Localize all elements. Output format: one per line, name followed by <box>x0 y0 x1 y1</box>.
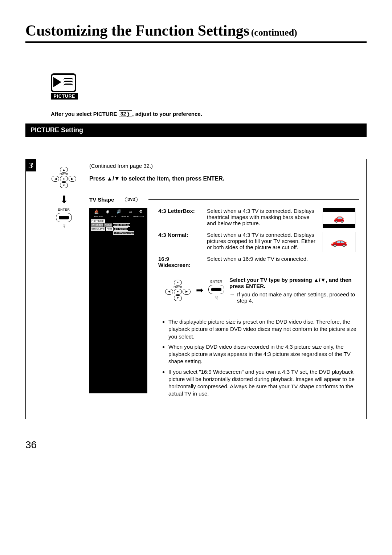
page-title-main: Customizing the Function Settings <box>25 22 249 39</box>
picture-icon-caption: PICTURE <box>51 93 78 100</box>
select-tv-type-row: ▲ ENTER ◀●▶ ▼ ➡ ENTER ☟ Select your T <box>165 277 359 304</box>
enter-button-icon <box>56 213 72 222</box>
footer-rule <box>25 434 367 434</box>
option-letterbox-thumb: 🚗 <box>323 208 355 228</box>
option-widescreen-name: 16:9 Widescreen: <box>158 256 202 268</box>
step-number: 3 <box>26 159 36 171</box>
intro-text: After you select PICTURE 32, adjust to y… <box>51 110 367 117</box>
tv-shape-options: 4:3 LetterBox: Select when a 4:3 TV is c… <box>158 208 359 268</box>
enter-button-illustration: ENTER ☟ <box>208 280 224 301</box>
page-title-continued: (continued) <box>251 27 297 38</box>
enter-label: ENTER <box>38 208 89 211</box>
title-rule <box>25 41 367 44</box>
option-normal-name: 4:3 Normal: <box>158 232 202 252</box>
continued-from: (Continued from page 32.) <box>89 163 359 169</box>
note-item: If you select "16:9 Widescreen" and you … <box>168 368 359 398</box>
instruction-text: Press ▲/▼ to select the item, then press… <box>89 175 359 182</box>
tv-shape-heading: TV Shape DVD <box>89 197 359 203</box>
dpad-icon-small: ▲ ENTER ◀●▶ ▼ <box>165 279 191 301</box>
select-instruction: Select your TV type by pressing ▲/▼, and… <box>229 277 359 289</box>
right-arrow-icon: ➡ <box>196 285 203 295</box>
menu-screenshot: ⛵◉🔊▭⚙ LANGUAGE AUDIO DISPLAY OPERATION P… <box>89 208 147 393</box>
option-letterbox-name: 4:3 LetterBox: <box>158 208 202 228</box>
dpad-icon: ▲ ENTER ◀●▶ ▼ <box>51 166 77 189</box>
down-arrow-icon: ⬇ <box>38 194 89 206</box>
picture-icon: PICTURE <box>51 73 78 100</box>
option-normal-thumb: 🚗 <box>323 232 355 252</box>
page-number: 36 <box>25 439 367 451</box>
option-widescreen-desc: Select when a 16:9 wide TV is connected. <box>207 256 359 268</box>
page-title: Customizing the Function Settings (conti… <box>25 22 367 39</box>
select-note: If you do not make any other settings, p… <box>237 291 359 304</box>
page-ref-32: 32 <box>119 110 132 117</box>
note-item: The displayable picture size is preset o… <box>168 318 359 340</box>
dvd-badge: DVD <box>125 197 138 202</box>
option-letterbox-desc: Select when a 4:3 TV is connected. Displ… <box>207 208 318 228</box>
note-item: When you play DVD video discs recorded i… <box>168 343 359 365</box>
option-normal-desc: Select when a 4:3 TV is connected. Displ… <box>207 232 318 252</box>
section-bar-picture-setting: PICTURE Setting <box>25 123 367 137</box>
hand-icon: ☟ <box>38 223 89 229</box>
step-box: 3 ▲ ENTER ◀●▶ ▼ ⬇ ENTER ☟ (Continued fro… <box>25 159 367 419</box>
notes-list: The displayable picture size is preset o… <box>158 318 359 398</box>
remote-illustration: ▲ ENTER ◀●▶ ▼ ⬇ ENTER ☟ <box>38 163 89 401</box>
